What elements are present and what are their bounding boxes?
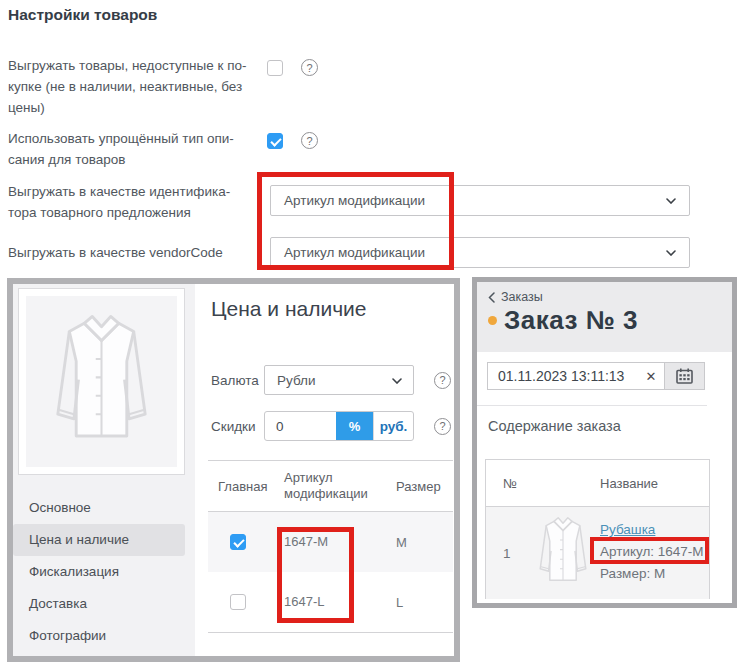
vendorcode-select[interactable]: Артикул модификации xyxy=(270,237,690,268)
col-size-header: Размер xyxy=(382,479,453,494)
sidebar-item-price[interactable]: Цена и наличие xyxy=(13,524,185,556)
table-row: 1647-L L xyxy=(208,572,453,632)
calendar-icon xyxy=(676,368,693,384)
order-title: Заказ № 3 xyxy=(504,305,638,336)
item-number: 1 xyxy=(486,507,526,599)
currency-select[interactable]: Рубли xyxy=(264,365,414,395)
help-icon[interactable]: ? xyxy=(301,59,318,76)
product-price-section: Цена и наличие Валюта Рубли ? Скидки 0 %… xyxy=(195,284,454,656)
modifications-table-header: Главная Артикул модификации Размер xyxy=(208,461,453,512)
vendorcode-select-value: Артикул модификации xyxy=(284,245,425,260)
item-size: Размер: M xyxy=(600,563,709,585)
mod-sku: 1647-M xyxy=(274,534,382,550)
product-edit-panel: Основное Цена и наличие Фискализация Дос… xyxy=(7,278,460,662)
offer-id-select[interactable]: Артикул модификации xyxy=(270,185,690,216)
mod-size: M xyxy=(382,535,453,550)
offer-id-select-value: Артикул модификации xyxy=(284,193,425,208)
breadcrumb-label: Заказы xyxy=(501,290,543,304)
sidebar-item-photos[interactable]: Фотографии xyxy=(13,620,185,652)
order-header: Заказы Заказ № 3 xyxy=(477,282,732,352)
order-status-dot xyxy=(488,316,497,325)
product-photo-placeholder xyxy=(26,296,177,467)
discount-label: Скидки xyxy=(211,419,264,434)
discount-row: Скидки 0 % руб. ? xyxy=(211,411,454,441)
clear-icon[interactable]: ✕ xyxy=(638,369,664,384)
order-body: 01.11.2023 13:11:13 ✕ Содержание заказа … xyxy=(477,352,732,603)
chevron-down-icon xyxy=(666,250,676,256)
breadcrumb[interactable]: Заказы xyxy=(488,290,558,304)
help-icon[interactable]: ? xyxy=(301,132,318,149)
product-tabs: Основное Цена и наличие Фискализация Дос… xyxy=(13,492,195,652)
col-num-header: № xyxy=(486,476,526,491)
discount-percent-toggle[interactable]: % xyxy=(336,412,373,440)
section-title: Цена и наличие xyxy=(211,297,454,321)
offer-id-select-label: Выгружать в качестве идентифика- тора то… xyxy=(8,181,278,223)
export-unavailable-checkbox[interactable] xyxy=(267,60,283,76)
order-date-row: 01.11.2023 13:11:13 ✕ xyxy=(487,362,732,390)
product-link[interactable]: Рубашка xyxy=(600,519,709,541)
page-title: Настройки товаров xyxy=(8,6,157,24)
export-unavailable-label: Выгружать товары, недоступные к по- купк… xyxy=(8,55,278,118)
shirt-image xyxy=(44,313,159,451)
currency-label: Валюта xyxy=(211,373,264,388)
export-settings-page: Настройки товаров Выгружать товары, недо… xyxy=(0,0,740,671)
col-main-header: Главная xyxy=(208,479,274,494)
col-name-header: Название xyxy=(600,476,709,491)
currency-select-value: Рубли xyxy=(277,373,315,388)
main-mod-checkbox[interactable] xyxy=(230,534,246,550)
shirt-thumbnail xyxy=(533,515,593,589)
vendorcode-select-label: Выгружать в качестве vendorCode xyxy=(8,242,278,263)
order-panel: Заказы Заказ № 3 01.11.2023 13:11:13 ✕ С… xyxy=(472,277,737,608)
product-photo-card xyxy=(18,288,185,475)
mod-size: L xyxy=(382,595,453,610)
help-icon[interactable]: ? xyxy=(434,372,451,389)
discount-rub-toggle[interactable]: руб. xyxy=(373,412,413,440)
date-value: 01.11.2023 13:11:13 xyxy=(488,368,638,384)
item-sku: Артикул: 1647-M xyxy=(600,541,709,563)
mod-sku: 1647-L xyxy=(274,594,382,610)
divider xyxy=(477,405,707,406)
col-sku-header: Артикул модификации xyxy=(274,470,382,502)
order-contents-title: Содержание заказа xyxy=(488,418,732,434)
table-row: 1647-M M xyxy=(208,512,453,572)
order-table-header: № Название xyxy=(486,460,709,507)
order-items-table: № Название 1 Рубашка Артикул: 1647-M Раз… xyxy=(485,459,710,599)
main-mod-checkbox[interactable] xyxy=(230,594,246,610)
product-sidebar: Основное Цена и наличие Фискализация Дос… xyxy=(13,284,195,656)
currency-row: Валюта Рубли ? xyxy=(211,365,454,395)
chevron-down-icon xyxy=(392,378,402,384)
sidebar-item-main[interactable]: Основное xyxy=(13,492,185,524)
date-input[interactable]: 01.11.2023 13:11:13 ✕ xyxy=(487,362,665,390)
order-item-row: 1 Рубашка Артикул: 1647-M Размер: M xyxy=(486,507,709,599)
simplified-description-label: Использовать упрощённый тип опи- сания д… xyxy=(8,128,278,170)
calendar-button[interactable] xyxy=(665,362,705,390)
sidebar-item-fiscal[interactable]: Фискализация xyxy=(13,556,185,588)
discount-input-group: 0 % руб. xyxy=(264,411,414,441)
sidebar-item-delivery[interactable]: Доставка xyxy=(13,588,185,620)
chevron-down-icon xyxy=(666,198,676,204)
simplified-description-checkbox[interactable] xyxy=(267,133,283,149)
modifications-table: Главная Артикул модификации Размер 1647-… xyxy=(208,460,453,633)
help-icon[interactable]: ? xyxy=(434,418,451,435)
back-chevron-icon xyxy=(488,292,495,303)
discount-input[interactable]: 0 xyxy=(265,412,336,440)
